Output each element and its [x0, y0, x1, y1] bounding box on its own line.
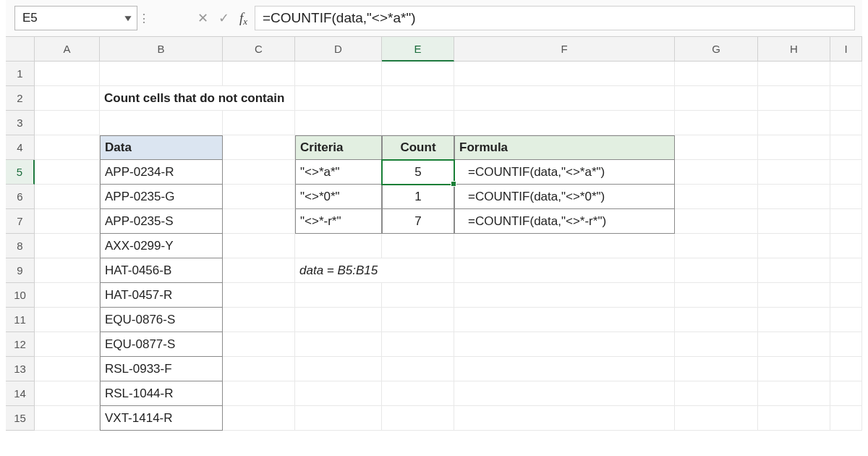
cell-C6[interactable]: [223, 185, 295, 209]
count-cell[interactable]: 7: [382, 209, 454, 234]
cell-I5[interactable]: [830, 160, 862, 185]
cell-A8[interactable]: [35, 234, 100, 258]
cell-I13[interactable]: [830, 357, 862, 381]
cell-H4[interactable]: [758, 135, 830, 160]
row-header-10[interactable]: 10: [6, 283, 35, 308]
col-header-B[interactable]: B: [100, 37, 223, 62]
cell-E1[interactable]: [382, 62, 454, 86]
data-cell[interactable]: VXT-1414-R: [100, 406, 223, 431]
row-header-5[interactable]: 5: [6, 160, 35, 185]
data-cell[interactable]: APP-0235-G: [100, 185, 223, 209]
page-title[interactable]: Count cells that do not contain: [100, 86, 223, 111]
cell-G10[interactable]: [675, 283, 758, 308]
cell-H8[interactable]: [758, 234, 830, 258]
cell-A13[interactable]: [35, 357, 100, 381]
cell-E2[interactable]: [382, 86, 454, 111]
col-header-E[interactable]: E: [382, 37, 454, 62]
cell-A14[interactable]: [35, 381, 100, 406]
row-header-9[interactable]: 9: [6, 258, 35, 283]
count-header[interactable]: Count: [382, 135, 454, 160]
row-header-11[interactable]: 11: [6, 308, 35, 332]
cell-A6[interactable]: [35, 185, 100, 209]
cell-I14[interactable]: [830, 381, 862, 406]
formula-input[interactable]: =COUNTIF(data,"<>*a*"): [255, 6, 855, 30]
cancel-icon[interactable]: ✕: [197, 10, 208, 26]
cell-G6[interactable]: [675, 185, 758, 209]
cell-C9[interactable]: [223, 258, 295, 283]
cell-E8[interactable]: [382, 234, 454, 258]
cell-H15[interactable]: [758, 406, 830, 431]
cell-C4[interactable]: [223, 135, 295, 160]
cell-A15[interactable]: [35, 406, 100, 431]
cell-B1[interactable]: [100, 62, 223, 86]
cell-F1[interactable]: [454, 62, 675, 86]
data-cell[interactable]: APP-0234-R: [100, 160, 223, 185]
col-header-I[interactable]: I: [830, 37, 862, 62]
row-header-4[interactable]: 4: [6, 135, 35, 160]
cell-E13[interactable]: [382, 357, 454, 381]
col-header-H[interactable]: H: [758, 37, 830, 62]
row-header-8[interactable]: 8: [6, 234, 35, 258]
cell-G3[interactable]: [675, 111, 758, 135]
data-cell[interactable]: HAT-0457-R: [100, 283, 223, 308]
cell-I3[interactable]: [830, 111, 862, 135]
col-header-F[interactable]: F: [454, 37, 675, 62]
cell-F3[interactable]: [454, 111, 675, 135]
col-header-D[interactable]: D: [295, 37, 382, 62]
cell-G12[interactable]: [675, 332, 758, 357]
criteria-header[interactable]: Criteria: [295, 135, 382, 160]
cell-H7[interactable]: [758, 209, 830, 234]
cell-I15[interactable]: [830, 406, 862, 431]
cell-H11[interactable]: [758, 308, 830, 332]
data-header[interactable]: Data: [100, 135, 223, 160]
cell-H10[interactable]: [758, 283, 830, 308]
cell-D2[interactable]: [295, 86, 382, 111]
cell-D10[interactable]: [295, 283, 382, 308]
data-cell[interactable]: EQU-0876-S: [100, 308, 223, 332]
cell-G15[interactable]: [675, 406, 758, 431]
cell-C5[interactable]: [223, 160, 295, 185]
cell-C1[interactable]: [223, 62, 295, 86]
cell-G4[interactable]: [675, 135, 758, 160]
cell-A11[interactable]: [35, 308, 100, 332]
cell-A4[interactable]: [35, 135, 100, 160]
confirm-icon[interactable]: ✓: [218, 10, 229, 26]
row-header-1[interactable]: 1: [6, 62, 35, 86]
cell-F15[interactable]: [454, 406, 675, 431]
cell-A9[interactable]: [35, 258, 100, 283]
cell-F11[interactable]: [454, 308, 675, 332]
cell-D8[interactable]: [295, 234, 382, 258]
cell-A7[interactable]: [35, 209, 100, 234]
cell-E14[interactable]: [382, 381, 454, 406]
cell-F2[interactable]: [454, 86, 675, 111]
data-cell[interactable]: RSL-0933-F: [100, 357, 223, 381]
cell-F14[interactable]: [454, 381, 675, 406]
cell-G9[interactable]: [675, 258, 758, 283]
cell-E10[interactable]: [382, 283, 454, 308]
cell-A1[interactable]: [35, 62, 100, 86]
insert-function-icon[interactable]: fx: [239, 10, 247, 26]
cell-I1[interactable]: [830, 62, 862, 86]
cell-G1[interactable]: [675, 62, 758, 86]
cell-C7[interactable]: [223, 209, 295, 234]
row-header-15[interactable]: 15: [6, 406, 35, 431]
cell-A5[interactable]: [35, 160, 100, 185]
cell-D3[interactable]: [295, 111, 382, 135]
cell-I8[interactable]: [830, 234, 862, 258]
count-cell[interactable]: 1: [382, 185, 454, 209]
cell-I6[interactable]: [830, 185, 862, 209]
named-range-note[interactable]: data = B5:B15: [295, 258, 382, 283]
cell-C14[interactable]: [223, 381, 295, 406]
cell-C8[interactable]: [223, 234, 295, 258]
cell-E9[interactable]: [382, 258, 454, 283]
row-header-12[interactable]: 12: [6, 332, 35, 357]
cell-F12[interactable]: [454, 332, 675, 357]
row-header-7[interactable]: 7: [6, 209, 35, 234]
data-cell[interactable]: HAT-0456-B: [100, 258, 223, 283]
cell-D11[interactable]: [295, 308, 382, 332]
cell-G14[interactable]: [675, 381, 758, 406]
cell-F8[interactable]: [454, 234, 675, 258]
cell-C3[interactable]: [223, 111, 295, 135]
row-header-6[interactable]: 6: [6, 185, 35, 209]
cell-G8[interactable]: [675, 234, 758, 258]
